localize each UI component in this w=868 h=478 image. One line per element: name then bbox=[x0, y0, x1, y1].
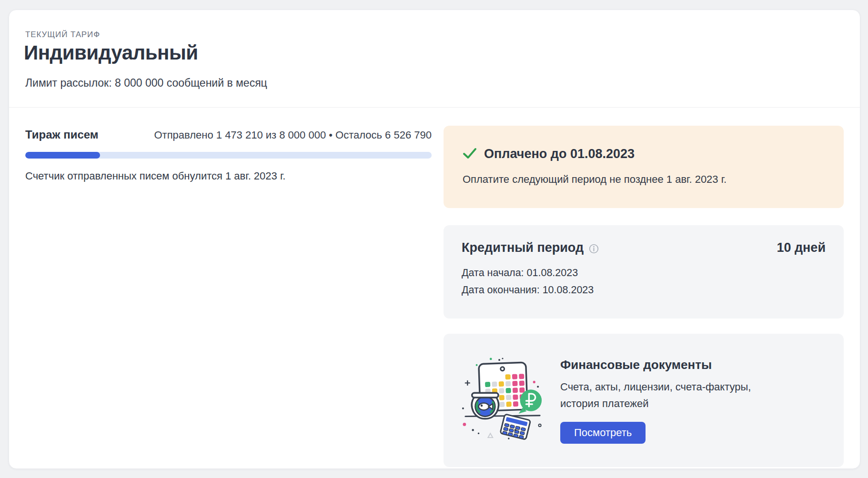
usage-stats: Отправлено 1 473 210 из 8 000 000 • Оста… bbox=[154, 129, 432, 141]
header-divider bbox=[9, 107, 860, 108]
usage-progress-fill bbox=[25, 152, 100, 159]
credit-dates: Дата начала: 01.08.2023 Дата окончания: … bbox=[462, 264, 826, 299]
usage-reset-note: Счетчик отправленных писем обнулится 1 а… bbox=[25, 170, 432, 182]
usage-header-row: Тираж писем Отправлено 1 473 210 из 8 00… bbox=[25, 128, 432, 141]
view-documents-button[interactable]: Посмотреть bbox=[560, 422, 646, 444]
paid-note: Оплатите следующий период не позднее 1 а… bbox=[463, 173, 825, 186]
paid-until-title: Оплачено до 01.08.2023 bbox=[484, 147, 635, 161]
usage-section: Тираж писем Отправлено 1 473 210 из 8 00… bbox=[25, 128, 432, 182]
description-line-1: Счета, акты, лицензии, счета-фактуры, bbox=[560, 378, 751, 395]
billing-page: { "header": { "label": "ТЕКУЩИЙ ТАРИФ", … bbox=[0, 0, 868, 478]
usage-title: Тираж писем bbox=[25, 128, 99, 141]
financial-documents-card: Финансовые документы Счета, акты, лиценз… bbox=[444, 334, 844, 467]
financial-documents-title: Финансовые документы bbox=[560, 358, 751, 372]
credit-period-header: Кредитный период 10 дней bbox=[462, 240, 826, 255]
billing-cards: Оплачено до 01.08.2023 Оплатите следующи… bbox=[444, 126, 844, 467]
financial-documents-description: Счета, акты, лицензии, счета-фактуры, ис… bbox=[560, 378, 751, 412]
credit-end-date: Дата окончания: 10.08.2023 bbox=[462, 281, 826, 299]
tariff-limit: Лимит рассылок: 8 000 000 сообщений в ме… bbox=[25, 77, 267, 90]
paid-status-card: Оплачено до 01.08.2023 Оплатите следующи… bbox=[444, 126, 844, 208]
credit-duration-value: 10 дней bbox=[777, 240, 826, 255]
info-icon[interactable] bbox=[589, 244, 599, 254]
financial-documents-text: Финансовые документы Счета, акты, лиценз… bbox=[560, 358, 751, 444]
current-tariff-panel: ТЕКУЩИЙ ТАРИФ Индивидуальный Лимит рассы… bbox=[9, 10, 860, 469]
credit-period-card: Кредитный период 10 дней Дата начала: 01… bbox=[444, 225, 844, 319]
description-line-2: история платежей bbox=[560, 395, 751, 412]
finance-illustration bbox=[460, 356, 545, 445]
check-icon bbox=[463, 147, 477, 161]
usage-progress-bar bbox=[25, 152, 432, 159]
paid-status-header: Оплачено до 01.08.2023 bbox=[463, 147, 825, 161]
credit-period-title: Кредитный период bbox=[462, 240, 584, 255]
tariff-section-label: ТЕКУЩИЙ ТАРИФ bbox=[25, 30, 100, 40]
tariff-name: Индивидуальный bbox=[24, 41, 198, 64]
credit-title-wrap: Кредитный период bbox=[462, 240, 599, 255]
credit-start-date: Дата начала: 01.08.2023 bbox=[462, 264, 826, 281]
